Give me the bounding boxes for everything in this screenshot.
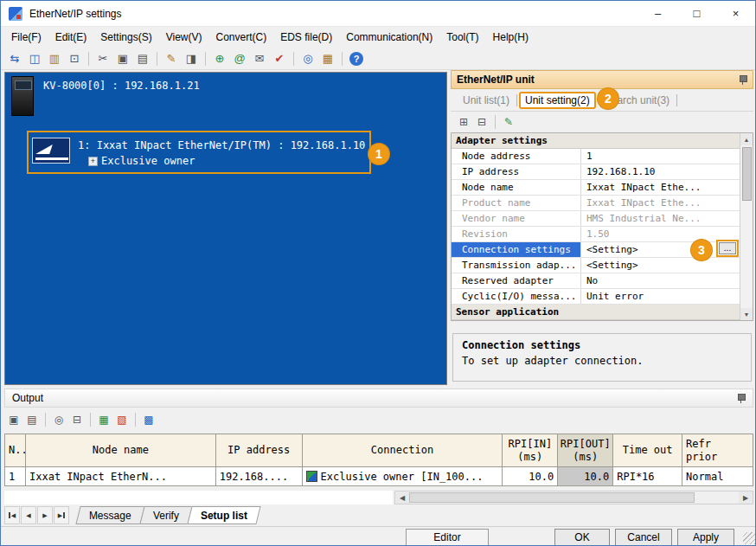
output-table-settings-icon[interactable]: ▩: [141, 412, 157, 427]
grid-row-node-address[interactable]: Node address 1: [452, 149, 740, 164]
paste-icon[interactable]: ▤: [134, 50, 151, 67]
scrollbar-thumb[interactable]: [742, 147, 752, 201]
cell-timeout[interactable]: RPI*16: [613, 467, 682, 486]
error-check-icon[interactable]: ✔: [271, 50, 288, 67]
help-icon[interactable]: ?: [348, 50, 365, 67]
grid-section-sensor[interactable]: Sensor application: [452, 305, 740, 320]
sort-view-icon[interactable]: ⊟: [474, 114, 490, 130]
tab-verify[interactable]: Verify: [139, 506, 192, 524]
grid-row-reserved-adapter[interactable]: Reserved adapter No: [452, 273, 740, 289]
nav-next-button[interactable]: ▶: [37, 506, 53, 524]
mail-icon[interactable]: ✉: [251, 50, 268, 67]
cell-no[interactable]: 1: [5, 467, 26, 486]
monitor-icon[interactable]: ◫: [26, 50, 43, 67]
apply-button[interactable]: Apply: [677, 529, 734, 546]
grid-section-adapter[interactable]: Adapter settings: [452, 133, 740, 149]
output-table-clear-icon[interactable]: ▧: [114, 412, 130, 427]
link-icon[interactable]: ⊕: [211, 50, 228, 67]
save-icon[interactable]: ⊡: [66, 50, 83, 67]
copy-icon[interactable]: ▣: [114, 50, 131, 67]
output-paste-icon[interactable]: ▤: [24, 412, 40, 427]
grid-row-ip-address[interactable]: IP address 192.168.1.10: [452, 164, 740, 180]
menu-eds-file[interactable]: EDS file(D): [273, 29, 339, 46]
header-connection[interactable]: Connection: [303, 434, 503, 467]
scroll-left-icon[interactable]: ◀: [395, 491, 409, 504]
scroll-down-icon[interactable]: ▼: [740, 308, 753, 320]
cell-rpi-in[interactable]: 10.0: [503, 467, 558, 486]
title-bar: EtherNet/IP settings – □ ×: [1, 1, 755, 27]
cell-node-name[interactable]: Ixxat INpact EtherN...: [26, 467, 216, 486]
scrollbar-thumb[interactable]: [409, 492, 695, 503]
cell-connection[interactable]: Exclusive owner [IN_100...: [303, 467, 503, 486]
cell-rpi-out[interactable]: 10.0: [558, 467, 613, 486]
edit-setting-icon[interactable]: ✎: [501, 114, 516, 130]
minimize-button[interactable]: –: [638, 1, 677, 26]
connection-settings-ellipsis-button[interactable]: ...: [719, 242, 736, 254]
editor-mode-indicator[interactable]: Editor: [406, 529, 489, 546]
annotation-box-2: Unit setting(2): [519, 92, 596, 109]
header-refresh-priority[interactable]: Refrprior: [682, 434, 753, 467]
grid-row-node-name[interactable]: Node name Ixxat INpact Ethe...: [452, 180, 740, 196]
output-export-icon[interactable]: ⊟: [69, 412, 85, 427]
palette-icon[interactable]: ◨: [183, 50, 200, 67]
maximize-button[interactable]: □: [677, 1, 716, 26]
table-row[interactable]: 1 Ixxat INpact EtherN... 192.168.... Exc…: [5, 467, 753, 486]
property-grid-scrollbar[interactable]: ▲ ▼: [740, 133, 753, 320]
search-icon[interactable]: ◎: [299, 50, 317, 67]
grid-row-product-name[interactable]: Product name Ixxat INpact Ethe...: [452, 196, 740, 211]
chart-icon[interactable]: ▦: [319, 50, 336, 67]
cancel-button[interactable]: Cancel: [615, 529, 672, 546]
header-rpi-out[interactable]: RPI[OUT](ms): [558, 434, 613, 467]
tab-setup-list[interactable]: Setup list: [187, 506, 260, 524]
menu-tool[interactable]: Tool(T): [439, 29, 485, 46]
transfer-icon[interactable]: ⇆: [6, 50, 23, 67]
resize-grip[interactable]: [743, 532, 755, 544]
close-button[interactable]: ×: [716, 1, 755, 26]
cell-ip-address[interactable]: 192.168....: [216, 467, 303, 486]
header-timeout[interactable]: Time out: [613, 434, 682, 467]
ok-button[interactable]: OK: [554, 529, 610, 546]
category-view-icon[interactable]: ⊞: [456, 114, 471, 130]
menu-view[interactable]: View(V): [159, 29, 209, 46]
output-find-icon[interactable]: ◎: [51, 412, 67, 427]
header-rpi-in[interactable]: RPI[IN](ms): [503, 434, 558, 467]
scroll-up-icon[interactable]: ▲: [740, 133, 753, 145]
grid-row-connection-settings[interactable]: Connection settings <Setting> 3 ...: [452, 242, 740, 258]
tree-root-node[interactable]: KV-8000[0] : 192.168.1.21: [43, 80, 200, 92]
header-no[interactable]: N...: [5, 434, 26, 467]
menu-edit[interactable]: Edit(E): [48, 29, 94, 46]
menu-convert[interactable]: Convert(C): [209, 29, 274, 46]
tab-message[interactable]: Message: [75, 506, 144, 524]
header-ip-address[interactable]: IP address: [216, 434, 303, 467]
pin-icon[interactable]: [736, 393, 746, 404]
property-name: IP address: [452, 164, 581, 179]
header-node-name[interactable]: Node name: [26, 434, 216, 467]
grid-row-transmission-adapter[interactable]: Transmission adap... <Setting>: [452, 258, 740, 273]
toolbar-separator: [45, 413, 46, 427]
cut-icon[interactable]: ✂: [94, 50, 112, 67]
scrollbar-track: [695, 491, 739, 504]
tab-unit-setting[interactable]: Unit setting(2): [525, 94, 590, 106]
unit-list-icon[interactable]: ▥: [46, 50, 63, 67]
menu-help[interactable]: Help(H): [486, 29, 535, 46]
stamp-icon[interactable]: ✎: [163, 50, 180, 67]
nav-last-button[interactable]: ▶: [54, 506, 69, 524]
cell-refresh-priority[interactable]: Normal: [682, 467, 753, 486]
scroll-right-icon[interactable]: ▶: [739, 491, 753, 504]
annotation-badge-2: 2: [598, 88, 618, 109]
web-icon[interactable]: @: [231, 50, 248, 67]
property-value: 1: [581, 149, 740, 164]
nav-prev-button[interactable]: ◀: [21, 506, 36, 524]
pin-icon[interactable]: [738, 74, 747, 86]
nav-first-button[interactable]: ◀: [4, 506, 20, 524]
menu-communication[interactable]: Communication(N): [339, 29, 439, 46]
output-table-check-icon[interactable]: ▦: [96, 412, 112, 427]
output-copy-icon[interactable]: ▣: [6, 412, 22, 427]
tab-unit-list[interactable]: Unit list(1): [456, 93, 516, 108]
grid-row-cyclic-message[interactable]: Cyclic(I/O) messa... Unit error: [452, 289, 740, 305]
grid-row-vendor-name[interactable]: Vendor name HMS Industrial Ne...: [452, 211, 740, 227]
output-toolbar: ▣ ▤ ◎ ⊟ ▦ ▧ ▩: [6, 409, 157, 430]
menu-settings[interactable]: Settings(S): [93, 29, 158, 46]
horizontal-scrollbar[interactable]: ◀ ▶: [394, 491, 753, 504]
menu-file[interactable]: File(F): [4, 29, 48, 46]
